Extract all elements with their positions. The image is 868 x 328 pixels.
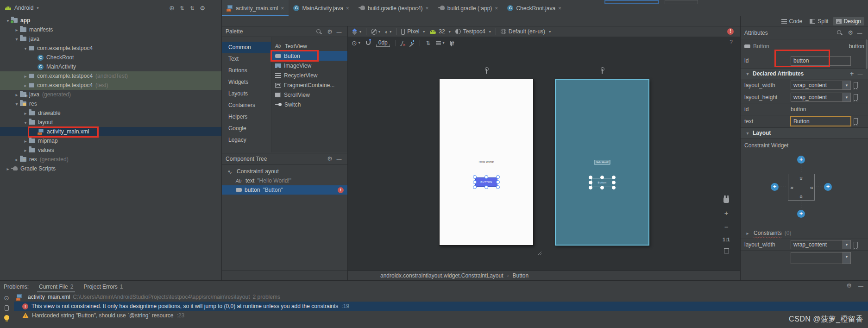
constrain-right-icon[interactable]: « bbox=[810, 184, 812, 191]
infer-constraints-icon[interactable] bbox=[409, 40, 414, 46]
expand-all-icon[interactable] bbox=[177, 5, 187, 11]
tree-item-package-test[interactable]: com.example.testpoc4(test) bbox=[0, 81, 221, 90]
tree-item-package[interactable]: com.example.testpoc4 bbox=[0, 44, 221, 53]
problem-item-warning[interactable]: Hardcoded string "Button", should use `@… bbox=[14, 311, 868, 320]
tree-item-java[interactable]: java bbox=[0, 34, 221, 44]
problems-file-row[interactable]: activity_main.xml C:\Users\Admin\Android… bbox=[14, 292, 868, 302]
panel-divider[interactable] bbox=[221, 0, 222, 280]
view-options[interactable] bbox=[352, 40, 360, 46]
zoom-out-button[interactable]: − bbox=[724, 223, 729, 231]
chevron-down-icon[interactable] bbox=[37, 6, 38, 10]
palette-category-google[interactable]: Google bbox=[222, 123, 271, 134]
add-attribute-icon[interactable] bbox=[848, 70, 856, 77]
blueprint-preview[interactable]: Hello World! Button bbox=[555, 79, 649, 246]
selection-handle[interactable] bbox=[473, 185, 477, 189]
palette-category-containers[interactable]: Containers bbox=[222, 100, 271, 111]
tree-item-res[interactable]: res bbox=[0, 99, 221, 108]
theme-selector[interactable]: Testpoc4 bbox=[455, 28, 491, 35]
selection-handle[interactable] bbox=[612, 176, 616, 179]
locale-selector[interactable]: Default (en-us) bbox=[501, 28, 551, 35]
selection-handle[interactable] bbox=[496, 180, 500, 184]
close-tab-icon[interactable] bbox=[495, 5, 498, 12]
selection-handle[interactable] bbox=[589, 181, 592, 184]
chevron-right-icon[interactable] bbox=[13, 157, 20, 162]
tree-item-app[interactable]: app bbox=[0, 16, 221, 25]
night-mode-selector[interactable] bbox=[385, 29, 391, 35]
pick-resource-icon[interactable] bbox=[854, 118, 858, 124]
design-mode-button[interactable]: Design bbox=[833, 17, 864, 25]
autoconnect-magnet-icon[interactable] bbox=[366, 41, 371, 45]
chevron-right-icon[interactable] bbox=[13, 92, 20, 97]
tab-checkroot-java[interactable]: CheckRoot.java bbox=[503, 0, 566, 16]
component-constraintlayout[interactable]: ConstraintLayout bbox=[222, 167, 347, 176]
tree-item-mipmap[interactable]: mipmap bbox=[0, 136, 221, 145]
selection-handle[interactable] bbox=[589, 186, 592, 189]
component-tree-settings-icon[interactable] bbox=[325, 156, 334, 162]
selection-handle[interactable] bbox=[496, 185, 500, 189]
zoom-one-to-one-button[interactable]: 1:1 bbox=[723, 237, 730, 242]
hide-panel-icon[interactable] bbox=[334, 156, 344, 162]
selection-handle[interactable] bbox=[600, 176, 604, 179]
tab-mainactivity-java[interactable]: MainActivity.java bbox=[289, 0, 354, 16]
constrain-left-icon[interactable]: » bbox=[790, 184, 793, 191]
close-tab-icon[interactable] bbox=[426, 5, 429, 12]
tree-item-mainactivity[interactable]: MainActivity bbox=[0, 62, 221, 71]
palette-item-imageview[interactable]: ImageView bbox=[271, 61, 347, 70]
remove-attribute-icon[interactable] bbox=[856, 71, 864, 77]
project-view-selector[interactable]: Android bbox=[14, 5, 33, 11]
selection-handle[interactable] bbox=[496, 175, 500, 179]
preview-selected-button[interactable]: BUTTON bbox=[475, 177, 497, 187]
resize-handle[interactable] bbox=[537, 251, 541, 255]
hide-panel-icon[interactable] bbox=[858, 283, 863, 289]
chevron-right-icon[interactable] bbox=[22, 111, 29, 116]
palette-category-layouts[interactable]: Layouts bbox=[222, 88, 271, 100]
blueprint-selected-button[interactable]: Button bbox=[591, 178, 613, 187]
density-selector[interactable] bbox=[371, 29, 380, 35]
palette-item-scrollview[interactable]: ScrollView bbox=[271, 90, 347, 100]
chevron-down-icon[interactable] bbox=[22, 46, 29, 51]
pan-hand-icon[interactable] bbox=[723, 197, 729, 203]
component-text[interactable]: text"Hello World!" bbox=[222, 176, 347, 185]
chevron-down-icon[interactable] bbox=[22, 120, 29, 125]
search-icon[interactable] bbox=[837, 30, 846, 36]
tree-item-package-androidtest[interactable]: com.example.testpoc4(androidTest) bbox=[0, 71, 221, 81]
declared-attributes-section-header[interactable]: Declared Attributes bbox=[741, 68, 868, 79]
chevron-right-icon[interactable] bbox=[22, 139, 29, 144]
pick-resource-icon[interactable] bbox=[854, 94, 858, 100]
collapse-all-icon[interactable] bbox=[187, 5, 197, 11]
tree-item-drawable[interactable]: drawable bbox=[0, 108, 221, 118]
selection-handle[interactable] bbox=[600, 186, 604, 189]
tree-item-gradle-scripts[interactable]: Gradle Scripts bbox=[0, 164, 221, 173]
device-selector[interactable]: Pixel bbox=[401, 28, 425, 35]
palette-category-text[interactable]: Text bbox=[222, 53, 271, 65]
code-mode-button[interactable]: Code bbox=[778, 17, 806, 25]
tab-activity-main-xml[interactable]: activity_main.xml bbox=[222, 0, 289, 16]
tab-build-gradle-testpoc4[interactable]: build.gradle (testpoc4) bbox=[354, 0, 434, 16]
palette-item-button[interactable]: Button bbox=[271, 51, 347, 61]
add-top-constraint-button[interactable] bbox=[797, 156, 805, 164]
layout-section-header[interactable]: Layout bbox=[741, 127, 868, 139]
tab-current-file[interactable]: Current File2 bbox=[39, 281, 73, 292]
chevron-right-icon[interactable] bbox=[22, 148, 29, 153]
chevron-down-icon[interactable] bbox=[13, 37, 20, 42]
component-button[interactable]: button"Button" bbox=[222, 185, 347, 195]
help-icon[interactable]: ? bbox=[730, 39, 733, 45]
clear-constraints-icon[interactable] bbox=[402, 39, 403, 46]
palette-category-helpers[interactable]: Helpers bbox=[222, 111, 271, 123]
tree-item-values[interactable]: values bbox=[0, 145, 221, 155]
problems-settings-icon[interactable] bbox=[846, 283, 852, 289]
selection-handle[interactable] bbox=[473, 180, 477, 184]
selection-handle[interactable] bbox=[484, 185, 488, 189]
palette-category-widgets[interactable]: Widgets bbox=[222, 76, 271, 88]
chevron-right-icon[interactable] bbox=[22, 83, 29, 88]
breadcrumb-root[interactable]: androidx.constraintlayout.widget.Constra… bbox=[380, 272, 503, 279]
tree-item-checkroot[interactable]: CheckRoot bbox=[0, 53, 221, 62]
chevron-down-icon[interactable] bbox=[843, 240, 850, 249]
pick-resource-icon[interactable] bbox=[854, 242, 858, 248]
align-menu[interactable] bbox=[436, 41, 444, 45]
hide-panel-icon[interactable] bbox=[334, 29, 344, 35]
tree-item-java-generated[interactable]: java(generated) bbox=[0, 90, 221, 99]
palette-item-fragmentcontainerview[interactable]: FragmentContaine... bbox=[271, 80, 347, 90]
palette-item-textview[interactable]: TextView bbox=[271, 41, 347, 51]
pick-resource-icon[interactable] bbox=[854, 82, 858, 88]
